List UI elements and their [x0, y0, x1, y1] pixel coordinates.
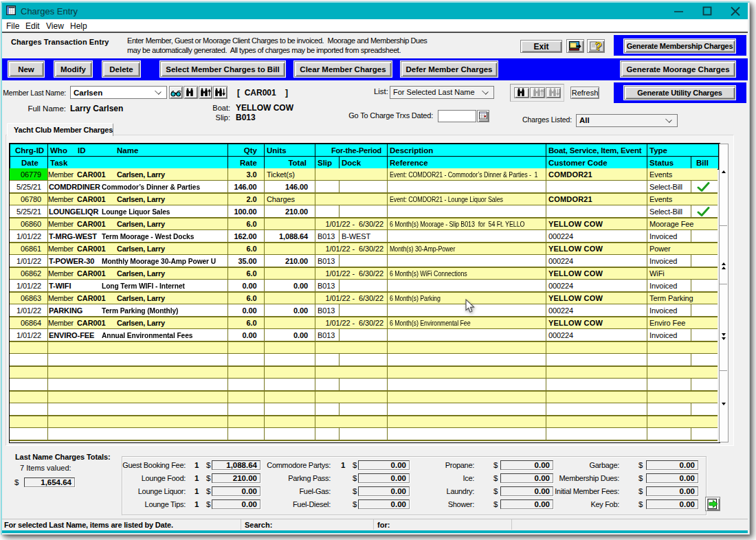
svg-text:?: ? [595, 41, 602, 52]
